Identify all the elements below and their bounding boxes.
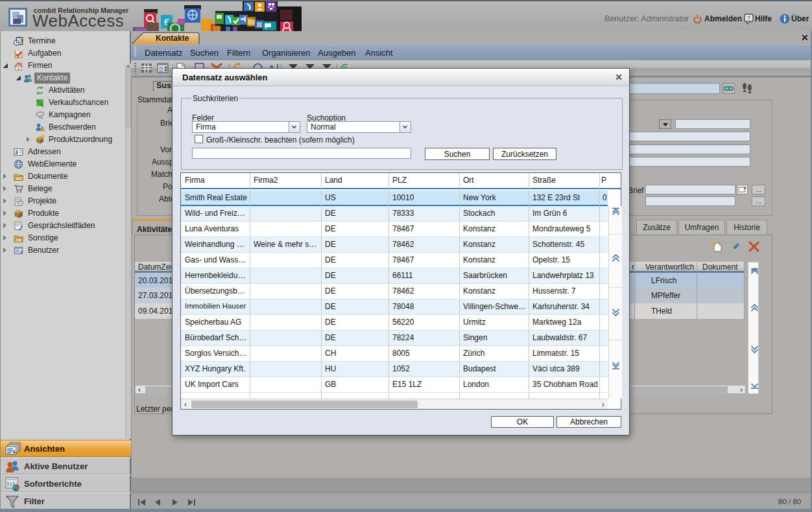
svg-text:?: ?	[747, 15, 750, 21]
svg-text:7: 7	[19, 38, 23, 45]
